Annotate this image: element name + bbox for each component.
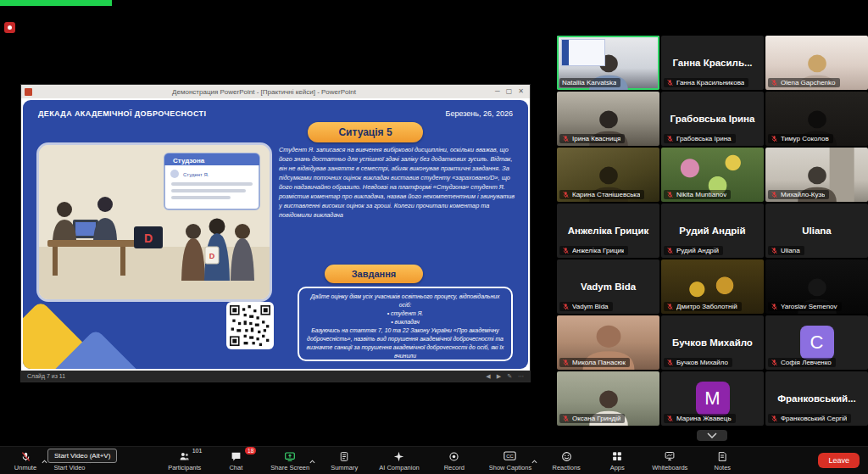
participant-name-label: Yaroslav Semenov [768,302,842,311]
participant-name-label: Ірина Квасниця [559,134,625,143]
chevron-up-icon[interactable] [42,452,47,467]
participant-name-label: Vadym Bida [559,302,613,311]
toolbar-label: Chat [229,464,242,471]
chat-icon [231,450,242,462]
restore-button[interactable]: ▢ [506,88,513,95]
toolbar-reactions-button[interactable]: Reactions [544,447,588,474]
grade-on-screen: D [144,231,153,245]
more-options-icon[interactable]: ⋯ [518,373,524,380]
rollup-banner [561,39,605,66]
toolbar-record-button[interactable]: Record [432,447,476,474]
chevron-down-icon [707,432,717,438]
participant-name-label: Михайло-Кузь [768,190,829,199]
muted-mic-icon [562,135,570,142]
participant-tile[interactable]: CСофія Левченко [765,315,868,370]
participant-name-label: Nikita Muntianov [664,190,731,199]
participant-tile[interactable]: Рудий АндрійРудий Андрій [661,204,764,258]
minimize-button[interactable]: ─ [495,88,500,95]
inset-window-title: Студзона [173,157,205,165]
muted-mic-icon [666,135,674,142]
reactions-icon [561,450,572,462]
participant-name-label: Дмитро Заболотній [664,302,742,311]
muted-mic-icon [771,135,778,142]
toolbar-label: Participants [168,464,201,471]
chevron-up-icon[interactable] [531,452,537,467]
inset-username: Студент Я. [183,172,209,177]
muted-mic-icon [771,415,778,422]
toolbar-label: Notes [715,464,732,471]
toolbar-label: Unmute [14,464,36,471]
recording-indicator-icon [4,22,15,33]
muted-mic-icon [562,303,570,310]
participant-tile[interactable]: Дмитро Заболотній [661,259,764,314]
participant-tile[interactable]: UlianaUliana [765,204,868,258]
toolbar-notes-button[interactable]: Notes [700,447,744,474]
participant-tile[interactable]: Nikita Muntianov [661,148,764,202]
muted-mic-icon [666,79,674,86]
participant-name-label: Карина Станішевська [559,190,644,199]
toolbar-label: Apps [610,464,625,471]
chevron-up-icon[interactable] [309,452,315,467]
powerpoint-titlebar: Демонстрация PowerPoint - [Практичні кей… [21,85,530,98]
participant-tile[interactable]: Франковський...Франковський Сергій [765,371,868,426]
toolbar-label: Reactions [553,464,581,471]
muted-mic-icon [666,303,674,310]
toolbar-apps-button[interactable]: Apps [595,447,639,474]
slide-date: Березень, 26, 2026 [446,109,513,118]
mic-off-icon [20,450,31,462]
powerpoint-app-icon [25,88,32,96]
unread-badge: 18 [245,447,256,454]
pen-tool-icon[interactable]: ✎ [507,373,512,380]
toolbar-share-screen-button[interactable]: Share Screen [264,447,315,474]
grade-on-paper: D [209,252,215,260]
gallery-collapse-button[interactable] [697,430,727,441]
toolbar-label: Record [444,464,465,471]
close-button[interactable]: ✕ [518,88,524,95]
task-bullet: • викладач [306,318,504,326]
situation-pill: Ситуація 5 [308,122,423,142]
next-slide-icon[interactable]: ▶ [497,373,501,380]
window-title: Демонстрация PowerPoint - [Практичні кей… [36,88,492,96]
participant-tile[interactable]: Михайло-Кузь [765,148,868,202]
toolbar-show-captions-button[interactable]: CCShow Captions [483,447,537,474]
participant-tile[interactable]: Микола Панасюк [557,315,659,370]
muted-mic-icon [666,415,674,422]
slide-canvas: ДЕКАДА АКАДЕМІЧНОЇ ДОБРОЧЕСНОСТІ Березен… [21,98,530,371]
toolbar-unmute-button[interactable]: Unmute [3,447,47,474]
powerpoint-window: Демонстрация PowerPoint - [Практичні кей… [21,85,530,382]
participant-name-label: Olena Gapchenko [768,78,840,87]
screen-share-border [0,0,112,6]
toolbar-chat-button[interactable]: 18Chat [214,447,258,474]
task-pill: Завдання [325,265,423,283]
participant-gallery: Nataliia KarvatskaГанна Красиль...Ганна … [557,36,868,426]
participant-tile[interactable]: Анжеліка ГрицикАнжеліка Грицик [557,204,659,258]
participant-tile[interactable]: Nataliia Karvatska [557,36,659,90]
avatar: C [800,326,834,360]
participant-tile[interactable]: Olena Gapchenko [765,36,868,90]
muted-mic-icon [666,359,674,366]
participant-tile[interactable]: Yaroslav Semenov [765,259,868,314]
leave-button[interactable]: Leave [818,453,860,468]
participant-tile[interactable]: Карина Станішевська [557,148,659,202]
muted-mic-icon [562,247,570,254]
muted-mic-icon [562,359,570,366]
participant-tile[interactable]: Оксана Гриндій [557,371,659,426]
participants-icon [179,450,190,462]
toolbar-whiteboards-button[interactable]: Whiteboards [646,447,693,474]
participant-tile[interactable]: Тимур Соколов [765,92,868,146]
participant-tile[interactable]: Грабовська ІринаГрабовська Ірина [661,92,764,146]
participant-name-label: Софія Левченко [768,358,836,367]
toolbar-participants-button[interactable]: 101Participants [162,447,207,474]
participant-tile[interactable]: MМарина Жвавець [661,371,764,426]
prev-slide-icon[interactable]: ◀ [486,373,490,380]
toolbar-summary-button[interactable]: Summary [322,447,366,474]
participant-name-label: Uliana [768,246,804,255]
avatar: M [696,382,730,415]
participant-tile[interactable]: Ірина Квасниця [557,92,659,146]
task-intro: Дайте оцінку діям усіх учасників освітнь… [306,293,504,309]
start-video-tooltip: Start Video (Alt+V) [47,449,117,463]
participant-tile[interactable]: Бучков МихайлоБучков Михайло [661,315,764,370]
toolbar-ai-companion-button[interactable]: AI Companion [373,447,426,474]
participant-tile[interactable]: Ганна Красиль...Ганна Красильникова [661,36,764,90]
participant-tile[interactable]: Vadym BidaVadym Bida [557,259,659,314]
